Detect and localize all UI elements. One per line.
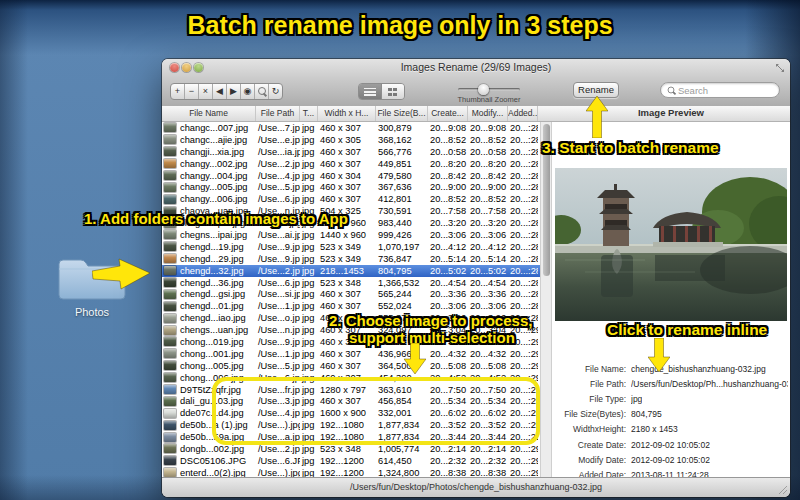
file-thumbnail <box>164 373 176 382</box>
file-thumbnail <box>164 361 176 370</box>
cell-file-name: changy...004.jpg <box>178 171 256 181</box>
slider-knob[interactable] <box>478 84 489 95</box>
search-input[interactable]: Search <box>660 82 780 98</box>
table-row[interactable]: changc...007.jpg /Use...7.jpg jpg 460 x … <box>162 122 540 134</box>
column-header[interactable]: File Path <box>256 106 300 121</box>
cell-file-name: chengd...iao.jpg <box>178 313 256 323</box>
cell-file-name: chengs...uan.jpg <box>178 325 256 335</box>
cell-file-type: jpg <box>300 230 318 240</box>
metadata-value[interactable]: jpg <box>631 394 642 404</box>
column-header[interactable]: File Size(B... <box>376 106 428 121</box>
table-row[interactable]: chengd...29.jpg /Use...9.jpg jpg 523 x 3… <box>162 253 540 265</box>
column-header[interactable]: Added... <box>508 106 538 121</box>
table-row[interactable]: changy...002.jpg /Use...2.jpg jpg 460 x … <box>162 158 540 170</box>
column-header[interactable]: T... <box>300 106 318 121</box>
vertical-scrollbar[interactable] <box>540 122 552 478</box>
table-row[interactable]: DSC05106.JPG /Use...6.JPG jpg 192...1200… <box>162 455 540 467</box>
fullscreen-icon[interactable] <box>775 63 785 73</box>
cell-create-date: 20...3:36 <box>428 289 468 299</box>
file-thumbnail <box>164 147 176 156</box>
metadata-value[interactable]: 804,795 <box>631 409 662 419</box>
file-thumbnail <box>164 278 176 287</box>
table-row[interactable]: changy...005.jpg /Use...5.jpg jpg 460 x … <box>162 181 540 193</box>
preview-eye-button[interactable]: ◉ <box>241 84 255 99</box>
list-view-button[interactable] <box>359 84 381 99</box>
cell-create-date: 20...4:32 <box>428 349 468 359</box>
cell-file-path: /Use...9.jpg <box>256 254 300 264</box>
cell-file-type: jpg <box>300 182 318 192</box>
column-header[interactable]: File Name <box>162 106 256 121</box>
cell-dimensions: 523 x 349 <box>318 242 376 252</box>
clear-files-button[interactable]: × <box>199 84 213 99</box>
table-row[interactable]: chengd...32.jpg /Use...2.jpg jpg 218...1… <box>162 265 540 277</box>
table-row[interactable]: changji...xia.jpg /Use...ia.jpg jpg 460 … <box>162 146 540 158</box>
column-header[interactable]: Modify... <box>468 106 508 121</box>
cell-modify-date: 20...7:58 <box>468 206 508 216</box>
window-title: Images Rename (29/69 Images) <box>162 59 790 76</box>
cell-file-name: changji...xia.jpg <box>178 147 256 157</box>
metadata-row: WidthxHeight: 2180 x 1453 <box>554 422 788 437</box>
cell-file-size: 1,070,197 <box>376 242 428 252</box>
cell-modify-date: 20...8:20 <box>468 159 508 169</box>
cell-file-path: /Use...6.JPG <box>256 456 300 466</box>
cell-file-size: 479,580 <box>376 171 428 181</box>
table-row[interactable]: changy...006.jpg /Use...6.jpg jpg 460 x … <box>162 193 540 205</box>
previous-image-button[interactable]: ◀ <box>213 84 227 99</box>
table-row[interactable]: chengd...36.jpg /Use...6.jpg jpg 523 x 3… <box>162 277 540 289</box>
next-image-button[interactable]: ▶ <box>227 84 241 99</box>
cell-file-path: /Use...9.jpg <box>256 337 300 347</box>
cell-modify-date: 20...4:54 <box>468 278 508 288</box>
table-row[interactable]: chengd...19.jpg /Use...9.jpg jpg 523 x 3… <box>162 241 540 253</box>
cell-file-path: /Use...4.jpg <box>256 171 300 181</box>
add-files-button[interactable]: + <box>171 84 185 99</box>
metadata-value[interactable]: 2012-09-02 10:05:02 <box>631 440 710 450</box>
cell-added-date: 20...:28 <box>508 242 538 252</box>
table-header: File NameFile PathT...Width x H...File S… <box>162 106 790 122</box>
cell-dimensions: 460 x 305 <box>318 135 376 145</box>
cell-file-type: jpg <box>300 171 318 181</box>
thumbnail-zoomer-slider[interactable] <box>458 88 520 91</box>
cell-added-date: 20...:28 <box>508 206 538 216</box>
remove-files-button[interactable]: − <box>185 84 199 99</box>
resize-grip[interactable] <box>778 485 788 495</box>
zoom-window-button[interactable] <box>194 63 203 72</box>
cell-file-name: chengd...01.jpg <box>178 301 256 311</box>
grid-view-button[interactable] <box>381 84 404 99</box>
cell-file-type: jpg <box>300 456 318 466</box>
metadata-value[interactable]: /Users/fun/Desktop/Ph...hushanzhuang-032… <box>631 379 788 389</box>
table-row[interactable]: changc...ajie.jpg /Use...e.jpg jpg 460 x… <box>162 134 540 146</box>
minimize-window-button[interactable] <box>182 63 191 72</box>
metadata-label: Create Date: <box>554 440 626 450</box>
table-row[interactable]: chengd...gsi.jpg /Use...si.jpg jpg 460 x… <box>162 288 540 300</box>
view-mode-toggle <box>358 83 405 100</box>
table-row[interactable]: changy...004.jpg /Use...4.jpg jpg 460 x … <box>162 170 540 182</box>
column-header[interactable]: Width x H... <box>318 106 376 121</box>
file-thumbnail <box>164 183 176 192</box>
cell-file-size: 367,636 <box>376 182 428 192</box>
cell-modify-date: 20...3:06 <box>468 230 508 240</box>
folder-label: Photos <box>50 306 134 318</box>
title-bar[interactable]: Images Rename (29/69 Images) <box>162 59 790 76</box>
close-window-button[interactable] <box>170 63 179 72</box>
metadata-value[interactable]: 2012-09-02 10:05:02 <box>631 455 710 465</box>
zoom-search-button[interactable] <box>255 84 269 99</box>
cell-create-date: 20...8:52 <box>428 135 468 145</box>
preview-panel: File Name: chengde_bishushanzhuang-032.j… <box>552 122 790 478</box>
metadata-label: File Size(Bytes): <box>554 409 626 419</box>
refresh-button[interactable]: ↻ <box>269 84 282 99</box>
image-preview-photo <box>555 168 787 321</box>
table-row[interactable]: chong...005.jpg /Use...5.jpg jpg 460 x 3… <box>162 360 540 372</box>
cell-file-type: jpg <box>300 254 318 264</box>
table-row[interactable]: chong...001.jpg /Use...1.jpg jpg 460 x 3… <box>162 348 540 360</box>
table-row[interactable]: chengd...01.jpg /Use...1.jpg jpg 460 x 3… <box>162 300 540 312</box>
cell-create-date: 20...5:08 <box>428 361 468 371</box>
multi-selection-highlight-box <box>212 377 540 445</box>
metadata-label: WidthxHeight: <box>554 424 626 434</box>
table-row[interactable]: chegns...ipai.jpg /Use...ai.jpg jpg 1440… <box>162 229 540 241</box>
arrow-folder-to-app <box>92 257 152 293</box>
cell-added-date: 20...:28 <box>508 159 538 169</box>
metadata-value[interactable]: 2180 x 1453 <box>631 424 678 434</box>
cell-added-date: 20...:28 <box>508 182 538 192</box>
cell-added-date: 20...:29 <box>508 456 538 466</box>
column-header[interactable]: Create... <box>428 106 468 121</box>
